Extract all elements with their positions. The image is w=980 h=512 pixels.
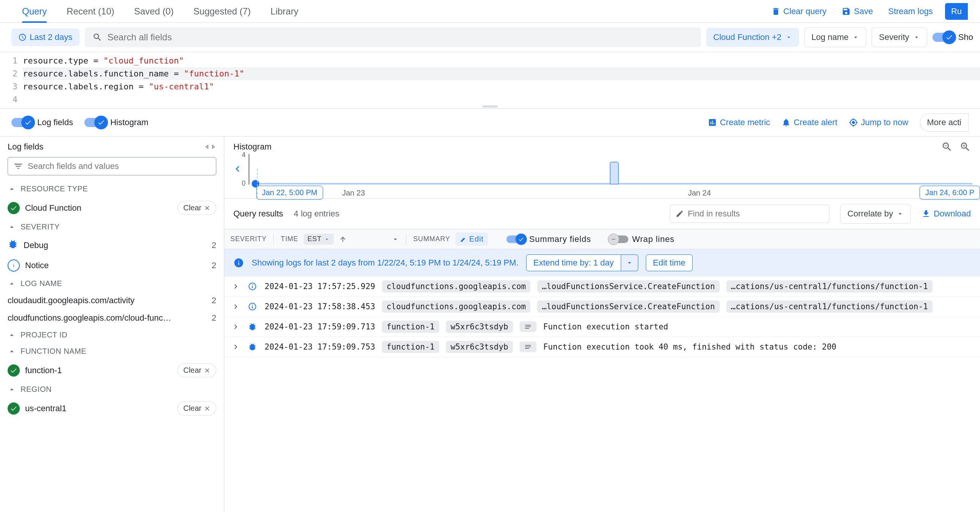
log-chip[interactable]: w5xr6c3tsdyb bbox=[446, 341, 513, 353]
sort-asc-icon[interactable] bbox=[339, 236, 347, 243]
log-chip[interactable]: cloudfunctions.googleapis.com bbox=[382, 300, 531, 313]
severity-filter-chip[interactable]: Severity bbox=[872, 27, 927, 47]
log-row[interactable]: 2024-01-23 17:59:09.753function-1 w5xr6c… bbox=[224, 337, 980, 357]
log-timestamp: 2024-01-23 17:58:38.453 bbox=[264, 302, 375, 311]
clear-button[interactable]: Clear bbox=[178, 401, 216, 415]
chevron-right-icon[interactable] bbox=[231, 342, 240, 351]
create-alert-button[interactable]: Create alert bbox=[781, 118, 837, 128]
tab-query[interactable]: Query bbox=[12, 0, 57, 22]
editor-code[interactable]: resource.type = "cloud_function"resource… bbox=[23, 52, 980, 108]
sidebar-search-input[interactable] bbox=[28, 161, 211, 171]
log-chip[interactable]: …cations/us-central1/functions/function-… bbox=[727, 300, 932, 313]
range-end-chip[interactable]: Jan 24, 6:00 P bbox=[920, 186, 980, 200]
log-row[interactable]: 2024-01-23 17:59:09.713function-1 w5xr6c… bbox=[224, 317, 980, 337]
histogram-bar[interactable] bbox=[610, 162, 619, 185]
correlate-by-dropdown[interactable]: Correlate by bbox=[840, 204, 911, 224]
log-fields-sidebar: Log fields RESOURCE TYPE Cloud Function … bbox=[0, 137, 224, 512]
chevron-right-icon[interactable] bbox=[231, 302, 240, 311]
section-region[interactable]: REGION bbox=[0, 381, 224, 397]
chevron-right-icon[interactable] bbox=[231, 282, 240, 291]
tab-recent[interactable]: Recent (10) bbox=[57, 0, 124, 22]
jump-to-now-button[interactable]: Jump to now bbox=[849, 118, 908, 128]
log-chip[interactable]: …loudFunctionsService.CreateFunction bbox=[537, 280, 719, 292]
log-chip[interactable]: …loudFunctionsService.CreateFunction bbox=[537, 300, 719, 313]
sidebar-item-notice[interactable]: Notice 2 bbox=[0, 256, 224, 275]
chevron-right-icon[interactable] bbox=[231, 322, 240, 331]
log-chip[interactable]: w5xr6c3tsdyb bbox=[446, 321, 513, 333]
item-label: cloudaudit.googleapis.com/activity bbox=[8, 295, 135, 305]
show-query-toggle[interactable]: Sho bbox=[932, 32, 973, 42]
find-in-results[interactable] bbox=[670, 205, 829, 223]
summary-fields-toggle[interactable]: Summary fields bbox=[506, 234, 591, 244]
bell-icon bbox=[781, 118, 791, 127]
log-chip-icon[interactable] bbox=[520, 341, 536, 352]
timezone-chip[interactable]: EST bbox=[304, 234, 334, 245]
sidebar-item-logname[interactable]: cloudfunctions.googleapis.com/cloud-func… bbox=[0, 309, 224, 327]
section-severity[interactable]: SEVERITY bbox=[0, 219, 224, 235]
zoom-in-icon[interactable] bbox=[959, 141, 971, 153]
find-input[interactable] bbox=[688, 209, 824, 219]
sidebar-item-logname[interactable]: cloudaudit.googleapis.com/activity 2 bbox=[0, 292, 224, 309]
chip-label: Severity bbox=[879, 32, 909, 42]
sidebar-item-cloud-function[interactable]: Cloud Function Clear bbox=[0, 197, 224, 219]
log-row[interactable]: 2024-01-23 17:57:25.929cloudfunctions.go… bbox=[224, 276, 980, 297]
run-query-button[interactable]: Ru bbox=[945, 3, 968, 20]
trash-icon bbox=[771, 7, 780, 16]
time-range-chip[interactable]: Last 2 days bbox=[11, 29, 80, 46]
clear-button[interactable]: Clear bbox=[178, 363, 216, 377]
section-function-name[interactable]: FUNCTION NAME bbox=[0, 343, 224, 359]
wrap-lines-toggle[interactable]: Wrap lines bbox=[609, 234, 675, 244]
section-resource-type[interactable]: RESOURCE TYPE bbox=[0, 181, 224, 197]
extend-time-split-button[interactable]: Extend time by: 1 day bbox=[526, 255, 638, 271]
edit-time-button[interactable]: Edit time bbox=[646, 255, 693, 271]
caret-down-icon bbox=[913, 34, 920, 41]
log-chip[interactable]: function-1 bbox=[382, 321, 439, 333]
query-editor[interactable]: 1234 resource.type = "cloud_function"res… bbox=[0, 52, 980, 109]
resource-filter-chip[interactable]: Cloud Function +2 bbox=[706, 28, 799, 47]
clear-button[interactable]: Clear bbox=[178, 201, 216, 215]
tab-suggested[interactable]: Suggested (7) bbox=[184, 0, 261, 22]
section-label: PROJECT ID bbox=[21, 330, 68, 339]
sidebar-item-us-central1[interactable]: us-central1 Clear bbox=[0, 397, 224, 419]
debug-icon bbox=[8, 239, 18, 252]
save-button[interactable]: Save bbox=[834, 6, 880, 16]
histogram-toggle[interactable]: Histogram bbox=[84, 118, 148, 128]
section-project-id[interactable]: PROJECT ID bbox=[0, 327, 224, 343]
resize-handle[interactable] bbox=[482, 105, 498, 108]
create-metric-button[interactable]: Create metric bbox=[708, 118, 770, 128]
toggle-label: Summary fields bbox=[529, 234, 591, 244]
extend-time-dropdown[interactable] bbox=[621, 255, 638, 271]
collapse-icon[interactable] bbox=[204, 142, 216, 152]
histogram-prev[interactable] bbox=[232, 163, 243, 176]
range-start-chip[interactable]: Jan 22, 5:00 PM bbox=[256, 186, 323, 200]
logname-filter-chip[interactable]: Log name bbox=[804, 27, 867, 47]
tab-library[interactable]: Library bbox=[261, 0, 308, 22]
sidebar-item-debug[interactable]: Debug 2 bbox=[0, 235, 224, 256]
results-title: Query results bbox=[234, 209, 283, 219]
clear-label: Clear bbox=[183, 204, 202, 212]
zoom-out-icon[interactable] bbox=[941, 141, 953, 153]
tab-saved[interactable]: Saved (0) bbox=[124, 0, 184, 22]
download-button[interactable]: Download bbox=[921, 209, 971, 219]
log-row[interactable]: 2024-01-23 17:58:38.453cloudfunctions.go… bbox=[224, 297, 980, 317]
log-chip-icon[interactable] bbox=[520, 321, 536, 332]
stream-logs-button[interactable]: Stream logs bbox=[880, 6, 940, 16]
more-actions-button[interactable]: More acti bbox=[920, 113, 969, 132]
caret-down-icon[interactable] bbox=[391, 236, 399, 243]
log-fields-toggle[interactable]: Log fields bbox=[11, 118, 73, 128]
log-chip[interactable]: cloudfunctions.googleapis.com bbox=[382, 280, 531, 292]
section-log-name[interactable]: LOG NAME bbox=[0, 275, 224, 292]
extend-time-button[interactable]: Extend time by: 1 day bbox=[526, 255, 621, 271]
histogram-body[interactable]: 4 0 Jan 22, 5:00 PM Jan 23 Jan 24 Jan 24… bbox=[224, 153, 980, 198]
check-circle-icon bbox=[8, 402, 20, 415]
edit-summary-button[interactable]: Edit bbox=[455, 233, 488, 246]
sidebar-item-function-1[interactable]: function-1 Clear bbox=[0, 359, 224, 381]
info-icon bbox=[247, 282, 258, 291]
clear-query-button[interactable]: Clear query bbox=[764, 6, 834, 16]
action-label: Ru bbox=[951, 6, 962, 16]
search-input[interactable] bbox=[108, 32, 694, 43]
log-chip[interactable]: …cations/us-central1/functions/function-… bbox=[727, 280, 932, 292]
sidebar-search[interactable] bbox=[8, 157, 216, 175]
search-all-fields[interactable] bbox=[85, 27, 702, 47]
log-chip[interactable]: function-1 bbox=[382, 341, 439, 353]
